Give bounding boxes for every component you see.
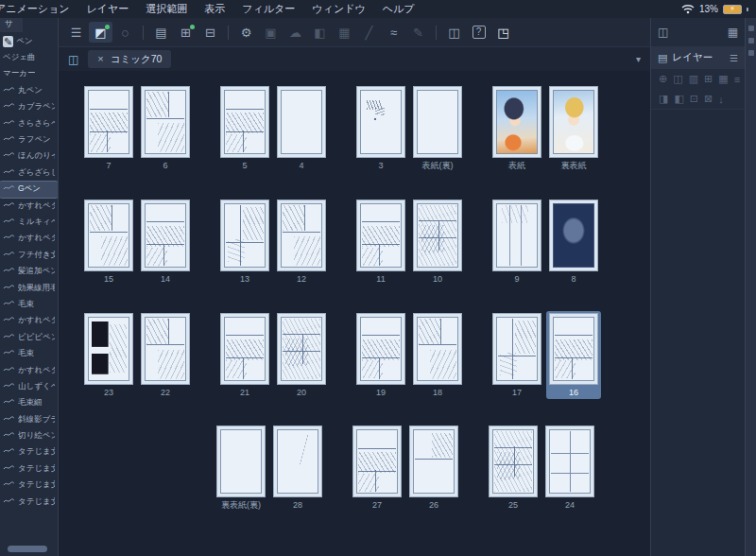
page-cell-9[interactable]: 9: [490, 198, 544, 287]
duplicate-layer-icon[interactable]: ⊞: [704, 73, 713, 85]
subtool-item-7[interactable]: ほんのりイ: [0, 148, 58, 165]
main-menu-icon[interactable]: ☰: [64, 22, 88, 43]
new-folder-icon[interactable]: ▥: [689, 73, 698, 85]
pencil-tool-icon[interactable]: ✎: [406, 22, 430, 43]
page-cell-23[interactable]: 23: [81, 311, 136, 400]
canvas-tab[interactable]: × コミック70: [88, 50, 171, 68]
page-cell-19[interactable]: 19: [353, 311, 408, 400]
subtool-item-3[interactable]: 丸ペン: [0, 82, 58, 98]
curve-tool-icon[interactable]: ≈: [382, 22, 405, 43]
subtool-item-21[interactable]: 山しずくペ: [0, 378, 58, 394]
clipping-icon[interactable]: ⊡: [690, 93, 698, 105]
blend-mode-icon[interactable]: ⊕: [659, 73, 667, 85]
subtool-panel-tab[interactable]: サ: [0, 18, 23, 32]
page-cell-17[interactable]: 17: [490, 311, 544, 400]
page-cell-5[interactable]: 5: [217, 84, 272, 173]
subtool-scrollbar-thumb[interactable]: [8, 546, 47, 552]
menu-item-0[interactable]: アニメーション: [0, 0, 78, 18]
page-thumbnail[interactable]: [492, 200, 541, 271]
tab-close-icon[interactable]: ×: [97, 54, 103, 64]
layer-menu-icon[interactable]: ≡: [734, 74, 740, 85]
page-thumbnail[interactable]: [545, 426, 594, 497]
page-thumbnail[interactable]: [216, 426, 266, 497]
page-thumbnail[interactable]: [492, 313, 541, 385]
page-thumbnail[interactable]: [356, 313, 405, 385]
page-cell-25[interactable]: 25: [486, 424, 541, 513]
subtool-item-26[interactable]: タテじま文: [0, 460, 58, 477]
delete-layer-icon[interactable]: ↓: [718, 94, 724, 105]
page-thumbnail[interactable]: [549, 86, 598, 158]
subtool-item-13[interactable]: フチ付き文: [0, 247, 58, 263]
page-thumbnail[interactable]: [141, 200, 190, 271]
cloud-sync-icon[interactable]: ☁: [284, 22, 307, 43]
page-cell-13[interactable]: 13: [217, 198, 272, 287]
subtool-item-25[interactable]: タテじま文: [0, 444, 58, 460]
add-page-icon[interactable]: ⊞: [174, 22, 198, 43]
page-thumbnail[interactable]: [141, 313, 190, 385]
settings-gear-icon[interactable]: ⚙: [234, 22, 258, 43]
page-thumbnail[interactable]: [352, 426, 402, 497]
page-thumbnail[interactable]: [220, 86, 269, 158]
page-cell-21[interactable]: 21: [217, 311, 272, 400]
help-icon[interactable]: ?: [467, 22, 490, 43]
subtool-item-19[interactable]: 毛束: [0, 345, 58, 361]
page-cell-12[interactable]: 12: [274, 198, 329, 287]
page-cell-24[interactable]: 24: [542, 424, 597, 513]
page-thumbnail[interactable]: [220, 313, 269, 385]
page-cell-15[interactable]: 15: [81, 198, 136, 287]
subtool-item-18[interactable]: ピピピペン: [0, 329, 58, 345]
page-thumbnail[interactable]: [549, 313, 598, 385]
dock-dot-icon[interactable]: [748, 38, 754, 43]
subtool-item-4[interactable]: カブラペン: [0, 99, 58, 115]
mask-icon[interactable]: ⊠: [704, 93, 713, 105]
page-thumbnail[interactable]: [277, 313, 326, 385]
subtool-item-20[interactable]: かすれペタ: [0, 362, 58, 378]
lock-layer-icon[interactable]: ◨: [659, 93, 668, 105]
subtool-item-16[interactable]: 毛束: [0, 296, 58, 312]
subtool-item-11[interactable]: ミルキィペ: [0, 214, 58, 230]
page-thumbnail[interactable]: [356, 200, 405, 271]
page-cell-8[interactable]: 8: [546, 198, 601, 287]
subtool-item-14[interactable]: 髪追加ペン: [0, 263, 58, 279]
page-thumbnail[interactable]: [84, 313, 133, 385]
page-cell-22[interactable]: 22: [138, 311, 193, 400]
tab-list-chevron-icon[interactable]: ▾: [636, 54, 641, 64]
merge-layer-icon[interactable]: ▦: [718, 73, 728, 85]
page-thumbnail[interactable]: [356, 86, 405, 158]
menu-item-1[interactable]: レイヤー: [78, 0, 138, 18]
subtool-item-5[interactable]: さらさらペ: [0, 115, 58, 131]
page-cell-3[interactable]: 3: [353, 84, 408, 173]
lock-transparency-icon[interactable]: ◧: [674, 93, 683, 105]
dock-dot-icon[interactable]: [748, 50, 754, 56]
selection-tool-icon[interactable]: ◩: [89, 22, 112, 43]
subtool-item-28[interactable]: タテじま文: [0, 494, 58, 510]
page-thumbnail[interactable]: [489, 426, 538, 497]
subtool-item-22[interactable]: 毛束細: [0, 395, 58, 411]
subtool-item-15[interactable]: 効果線用毛: [0, 280, 58, 296]
page-cell-10[interactable]: 10: [410, 198, 465, 287]
page-thumbnail[interactable]: [141, 86, 190, 158]
subtool-item-8[interactable]: ざらざらし: [0, 165, 58, 181]
menu-item-3[interactable]: 表示: [196, 0, 233, 18]
subtool-item-27[interactable]: タテじま文: [0, 478, 58, 494]
subtool-item-0[interactable]: ✎ペン: [0, 33, 58, 49]
menu-item-6[interactable]: ヘルプ: [374, 0, 423, 18]
page-thumbnail[interactable]: [273, 426, 322, 497]
fill-tool-icon[interactable]: ◧: [308, 22, 332, 43]
subtool-item-12[interactable]: かすれペタ: [0, 231, 58, 247]
page-cell-18[interactable]: 18: [410, 311, 465, 400]
page-cell-20[interactable]: 20: [274, 311, 329, 400]
delete-page-icon[interactable]: ⊟: [198, 22, 222, 43]
layer-panel-menu-icon[interactable]: ☰: [730, 53, 738, 63]
page-cell-16[interactable]: 16: [546, 311, 601, 400]
page-cell-26[interactable]: 26: [406, 424, 461, 513]
menu-item-2[interactable]: 選択範囲: [137, 0, 196, 18]
page-cell-表紙[interactable]: 表紙: [490, 84, 544, 173]
layers-stack-icon[interactable]: ▣: [259, 22, 283, 43]
page-thumbnail[interactable]: [413, 200, 462, 271]
subtool-item-1[interactable]: ベジェ曲: [0, 49, 58, 65]
page-cell-11[interactable]: 11: [353, 198, 408, 287]
panel-grid-icon[interactable]: ▦: [728, 26, 738, 39]
page-view-icon[interactable]: ◫: [68, 53, 78, 66]
subtool-item-6[interactable]: ラフペン: [0, 131, 58, 148]
